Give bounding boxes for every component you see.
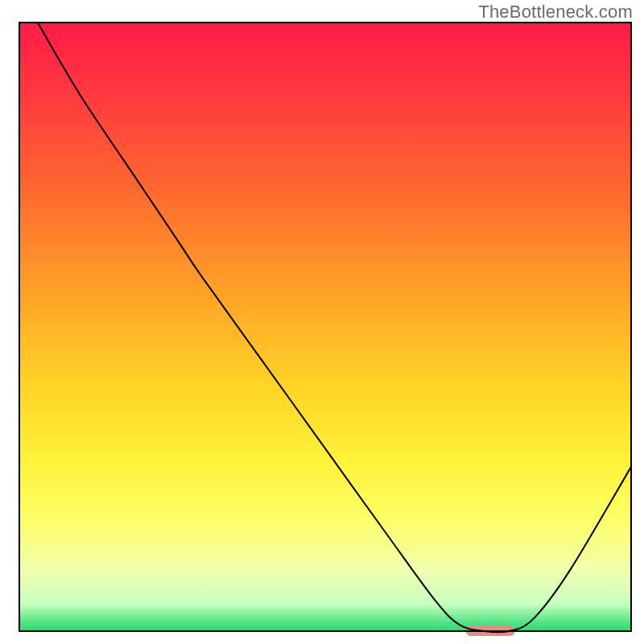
plot-area: [19, 23, 631, 636]
bottleneck-chart: [0, 0, 644, 644]
gradient-background: [19, 23, 631, 631]
watermark-text: TheBottleneck.com: [478, 2, 633, 23]
